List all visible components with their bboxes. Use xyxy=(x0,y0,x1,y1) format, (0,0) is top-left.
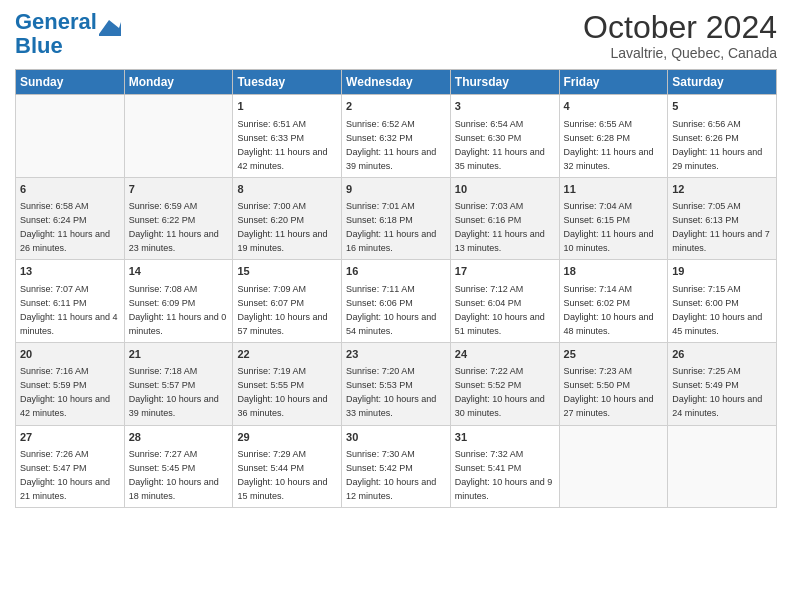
header-friday: Friday xyxy=(559,70,668,95)
day-number: 9 xyxy=(346,182,446,197)
day-info: Sunrise: 7:11 AMSunset: 6:06 PMDaylight:… xyxy=(346,284,436,336)
day-info: Sunrise: 7:12 AMSunset: 6:04 PMDaylight:… xyxy=(455,284,545,336)
subtitle: Lavaltrie, Quebec, Canada xyxy=(583,45,777,61)
table-row: 6Sunrise: 6:58 AMSunset: 6:24 PMDaylight… xyxy=(16,177,125,260)
day-info: Sunrise: 7:07 AMSunset: 6:11 PMDaylight:… xyxy=(20,284,118,336)
day-info: Sunrise: 7:23 AMSunset: 5:50 PMDaylight:… xyxy=(564,366,654,418)
day-info: Sunrise: 6:59 AMSunset: 6:22 PMDaylight:… xyxy=(129,201,219,253)
table-row: 23Sunrise: 7:20 AMSunset: 5:53 PMDayligh… xyxy=(342,342,451,425)
logo-general: General xyxy=(15,9,97,34)
header-wednesday: Wednesday xyxy=(342,70,451,95)
day-number: 24 xyxy=(455,347,555,362)
day-number: 19 xyxy=(672,264,772,279)
table-row: 19Sunrise: 7:15 AMSunset: 6:00 PMDayligh… xyxy=(668,260,777,343)
day-number: 26 xyxy=(672,347,772,362)
table-row: 10Sunrise: 7:03 AMSunset: 6:16 PMDayligh… xyxy=(450,177,559,260)
day-number: 21 xyxy=(129,347,229,362)
title-block: October 2024 Lavaltrie, Quebec, Canada xyxy=(583,10,777,61)
table-row: 9Sunrise: 7:01 AMSunset: 6:18 PMDaylight… xyxy=(342,177,451,260)
day-number: 28 xyxy=(129,430,229,445)
day-info: Sunrise: 7:29 AMSunset: 5:44 PMDaylight:… xyxy=(237,449,327,501)
header-monday: Monday xyxy=(124,70,233,95)
day-number: 11 xyxy=(564,182,664,197)
day-info: Sunrise: 7:19 AMSunset: 5:55 PMDaylight:… xyxy=(237,366,327,418)
logo: General Blue xyxy=(15,10,121,58)
day-number: 18 xyxy=(564,264,664,279)
day-info: Sunrise: 7:25 AMSunset: 5:49 PMDaylight:… xyxy=(672,366,762,418)
table-row: 27Sunrise: 7:26 AMSunset: 5:47 PMDayligh… xyxy=(16,425,125,508)
header-thursday: Thursday xyxy=(450,70,559,95)
day-info: Sunrise: 7:08 AMSunset: 6:09 PMDaylight:… xyxy=(129,284,227,336)
table-row: 24Sunrise: 7:22 AMSunset: 5:52 PMDayligh… xyxy=(450,342,559,425)
day-number: 3 xyxy=(455,99,555,114)
day-number: 8 xyxy=(237,182,337,197)
table-row: 8Sunrise: 7:00 AMSunset: 6:20 PMDaylight… xyxy=(233,177,342,260)
logo-icon xyxy=(99,18,121,40)
day-info: Sunrise: 7:04 AMSunset: 6:15 PMDaylight:… xyxy=(564,201,654,253)
table-row: 7Sunrise: 6:59 AMSunset: 6:22 PMDaylight… xyxy=(124,177,233,260)
day-number: 14 xyxy=(129,264,229,279)
table-row: 16Sunrise: 7:11 AMSunset: 6:06 PMDayligh… xyxy=(342,260,451,343)
day-info: Sunrise: 6:51 AMSunset: 6:33 PMDaylight:… xyxy=(237,119,327,171)
table-row: 3Sunrise: 6:54 AMSunset: 6:30 PMDaylight… xyxy=(450,95,559,178)
table-row: 13Sunrise: 7:07 AMSunset: 6:11 PMDayligh… xyxy=(16,260,125,343)
table-row: 14Sunrise: 7:08 AMSunset: 6:09 PMDayligh… xyxy=(124,260,233,343)
table-row: 18Sunrise: 7:14 AMSunset: 6:02 PMDayligh… xyxy=(559,260,668,343)
table-row: 25Sunrise: 7:23 AMSunset: 5:50 PMDayligh… xyxy=(559,342,668,425)
table-row: 31Sunrise: 7:32 AMSunset: 5:41 PMDayligh… xyxy=(450,425,559,508)
day-number: 16 xyxy=(346,264,446,279)
day-info: Sunrise: 7:00 AMSunset: 6:20 PMDaylight:… xyxy=(237,201,327,253)
day-info: Sunrise: 6:52 AMSunset: 6:32 PMDaylight:… xyxy=(346,119,436,171)
day-info: Sunrise: 7:20 AMSunset: 5:53 PMDaylight:… xyxy=(346,366,436,418)
day-number: 23 xyxy=(346,347,446,362)
table-row xyxy=(668,425,777,508)
table-row: 29Sunrise: 7:29 AMSunset: 5:44 PMDayligh… xyxy=(233,425,342,508)
page-container: General Blue October 2024 Lavaltrie, Que… xyxy=(0,0,792,513)
table-row xyxy=(16,95,125,178)
table-row: 17Sunrise: 7:12 AMSunset: 6:04 PMDayligh… xyxy=(450,260,559,343)
day-number: 12 xyxy=(672,182,772,197)
table-row: 26Sunrise: 7:25 AMSunset: 5:49 PMDayligh… xyxy=(668,342,777,425)
day-number: 27 xyxy=(20,430,120,445)
table-row: 11Sunrise: 7:04 AMSunset: 6:15 PMDayligh… xyxy=(559,177,668,260)
header-saturday: Saturday xyxy=(668,70,777,95)
day-number: 31 xyxy=(455,430,555,445)
day-number: 25 xyxy=(564,347,664,362)
day-number: 7 xyxy=(129,182,229,197)
table-row: 15Sunrise: 7:09 AMSunset: 6:07 PMDayligh… xyxy=(233,260,342,343)
day-info: Sunrise: 6:54 AMSunset: 6:30 PMDaylight:… xyxy=(455,119,545,171)
table-row xyxy=(559,425,668,508)
calendar-table: Sunday Monday Tuesday Wednesday Thursday… xyxy=(15,69,777,508)
day-number: 30 xyxy=(346,430,446,445)
table-row: 5Sunrise: 6:56 AMSunset: 6:26 PMDaylight… xyxy=(668,95,777,178)
day-info: Sunrise: 7:30 AMSunset: 5:42 PMDaylight:… xyxy=(346,449,436,501)
logo-text: General Blue xyxy=(15,10,97,58)
table-row: 2Sunrise: 6:52 AMSunset: 6:32 PMDaylight… xyxy=(342,95,451,178)
day-info: Sunrise: 7:14 AMSunset: 6:02 PMDaylight:… xyxy=(564,284,654,336)
day-info: Sunrise: 7:18 AMSunset: 5:57 PMDaylight:… xyxy=(129,366,219,418)
calendar-body: 1Sunrise: 6:51 AMSunset: 6:33 PMDaylight… xyxy=(16,95,777,508)
day-number: 10 xyxy=(455,182,555,197)
day-number: 6 xyxy=(20,182,120,197)
day-info: Sunrise: 6:55 AMSunset: 6:28 PMDaylight:… xyxy=(564,119,654,171)
header-sunday: Sunday xyxy=(16,70,125,95)
day-info: Sunrise: 7:01 AMSunset: 6:18 PMDaylight:… xyxy=(346,201,436,253)
svg-marker-0 xyxy=(99,20,121,36)
table-row: 20Sunrise: 7:16 AMSunset: 5:59 PMDayligh… xyxy=(16,342,125,425)
day-info: Sunrise: 7:22 AMSunset: 5:52 PMDaylight:… xyxy=(455,366,545,418)
table-row: 1Sunrise: 6:51 AMSunset: 6:33 PMDaylight… xyxy=(233,95,342,178)
day-number: 5 xyxy=(672,99,772,114)
day-info: Sunrise: 6:58 AMSunset: 6:24 PMDaylight:… xyxy=(20,201,110,253)
day-number: 13 xyxy=(20,264,120,279)
table-row: 22Sunrise: 7:19 AMSunset: 5:55 PMDayligh… xyxy=(233,342,342,425)
day-info: Sunrise: 7:05 AMSunset: 6:13 PMDaylight:… xyxy=(672,201,770,253)
month-title: October 2024 xyxy=(583,10,777,45)
day-info: Sunrise: 7:27 AMSunset: 5:45 PMDaylight:… xyxy=(129,449,219,501)
table-row: 30Sunrise: 7:30 AMSunset: 5:42 PMDayligh… xyxy=(342,425,451,508)
table-row xyxy=(124,95,233,178)
day-number: 4 xyxy=(564,99,664,114)
day-number: 22 xyxy=(237,347,337,362)
header: General Blue October 2024 Lavaltrie, Que… xyxy=(15,10,777,61)
day-number: 1 xyxy=(237,99,337,114)
table-row: 21Sunrise: 7:18 AMSunset: 5:57 PMDayligh… xyxy=(124,342,233,425)
